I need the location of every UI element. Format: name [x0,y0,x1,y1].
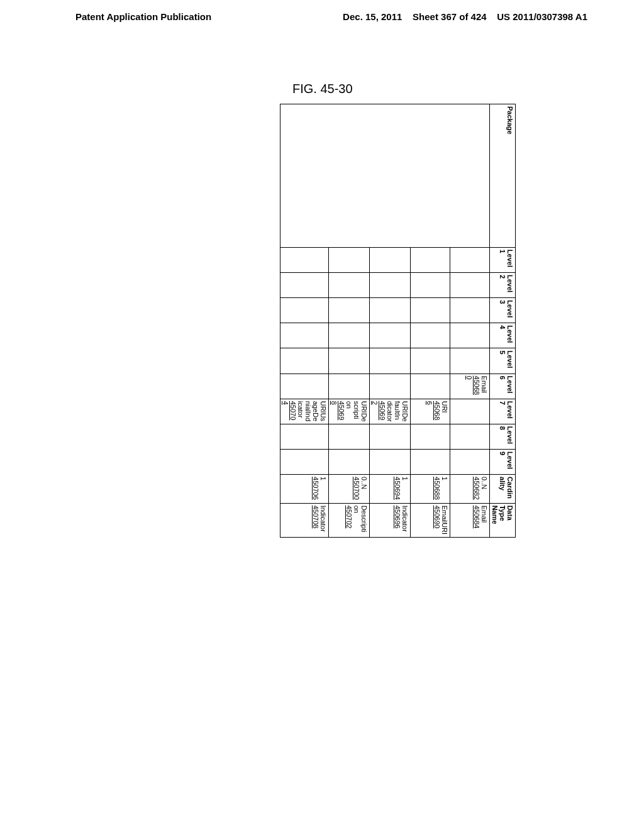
card-val: 1 [401,477,409,480]
cell-l9 [329,449,370,474]
cell-l7: URIDefaultIndicator 450692 [370,399,411,424]
cell-l2 [370,272,411,297]
cell-cardinality: 1 450694 [370,475,411,504]
cell-l4 [370,323,411,348]
dtn-val: EmailURI [441,506,448,534]
dtn-ref: 450702 [345,506,353,529]
cell-l6 [411,374,450,399]
col-l4: Level 4 [490,323,516,348]
cell-datatype: Description 450702 [329,503,370,537]
card-val: 0..N [480,477,488,489]
card-ref: 450682 [473,477,480,500]
table-container: Package Level 1 Level 2 Level 3 Level 4 … [113,104,516,538]
cell-l3 [329,298,370,323]
figure-label: FIG. 45-30 [292,82,353,96]
cell-l5 [450,348,490,374]
cell-cardinality: 1 450706 [280,475,329,504]
cell-l9 [411,449,450,474]
schema-table: Package Level 1 Level 2 Level 3 Level 4 … [280,104,516,538]
cell-l5 [411,348,450,374]
cell-l4 [280,323,329,348]
cell-l2 [280,272,329,297]
l6-ref: 450680 [465,376,480,396]
cell-l7: URIUsageDenialIndicator 450704 [280,399,329,424]
cell-l8 [370,424,411,449]
cell-l7: URIDescription 450698 [329,399,370,424]
dtn-val: Indicator [319,506,327,532]
cell-l6 [329,374,370,399]
cell-l7 [450,399,490,424]
header-date: Dec. 15, 2011 [343,11,402,22]
card-val: 1 [319,477,327,480]
cell-l5 [329,348,370,374]
l7-ref: 450698 [330,401,345,421]
card-ref: 450688 [433,477,441,500]
l7-name: URIDescription [345,401,368,422]
header-pubno: US 2011/0307398 A1 [497,11,587,22]
l7-name: URIDefaultIndicator [386,401,409,422]
col-l7: Level 7 [490,399,516,424]
cell-l2 [411,272,450,297]
l7-ref: 450686 [426,401,441,421]
cell-l9 [450,449,490,474]
dtn-ref: 450690 [433,506,441,529]
dtn-ref: 450696 [394,506,401,529]
card-ref: 450706 [312,477,319,500]
cell-cardinality: 0..N 450700 [329,475,370,504]
cell-l8 [450,424,490,449]
cell-l1 [411,247,450,272]
l7-name: URI [441,401,448,413]
cell-l5 [280,348,329,374]
cell-l4 [411,323,450,348]
dtn-ref: 450684 [473,506,480,529]
header-right: Dec. 15, 2011 Sheet 367 of 424 US 2011/0… [343,11,587,22]
cell-l8 [329,424,370,449]
cell-l1 [329,247,370,272]
cell-l8 [280,424,329,449]
l7-name: URIUsageDenialIndicator [297,401,327,421]
col-l5: Level 5 [490,348,516,374]
cell-l2 [450,272,490,297]
cell-l6 [370,374,411,399]
cell-l3 [370,298,411,323]
cell-l6 [280,374,329,399]
cell-l8 [411,424,450,449]
cell-l3 [280,298,329,323]
cell-l7: URI 450686 [411,399,450,424]
dtn-val: Indicator [401,506,409,532]
cell-l1 [370,247,411,272]
cell-cardinality: 0..N 450682 [450,475,490,504]
table-row: Email 450680 0..N 450682 Email 450684 [450,104,490,538]
col-l8: Level 8 [490,424,516,449]
page-header: Patent Application Publication Dec. 15, … [0,0,644,28]
l7-ref: 450692 [371,401,386,421]
cell-l1 [450,247,490,272]
cell-l9 [370,449,411,474]
cell-l5 [370,348,411,374]
cell-cardinality: 1 450688 [411,475,450,504]
col-cardinality: Cardinality [490,475,516,504]
col-datatype: Data Type Name [490,503,516,537]
cell-l3 [411,298,450,323]
cell-l3 [450,298,490,323]
cell-datatype: Indicator 450708 [280,503,329,537]
cell-l6: Email 450680 [450,374,490,399]
l6-name: Email [480,376,488,394]
card-val: 0..N [360,477,368,489]
cell-datatype: Indicator 450696 [370,503,411,537]
dtn-val: Email [480,506,488,523]
cell-l4 [329,323,370,348]
cell-datatype: Email 450684 [450,503,490,537]
cell-package [280,104,490,248]
cell-l4 [450,323,490,348]
card-val: 1 [441,477,448,480]
header-left: Patent Application Publication [75,11,211,22]
cell-l2 [329,272,370,297]
col-l3: Level 3 [490,298,516,323]
table-header-row: Package Level 1 Level 2 Level 3 Level 4 … [490,104,516,538]
col-l2: Level 2 [490,272,516,297]
cell-l1 [280,247,329,272]
col-l6: Level 6 [490,374,516,399]
header-sheet: Sheet 367 of 424 [413,11,487,22]
cell-l9 [280,449,329,474]
